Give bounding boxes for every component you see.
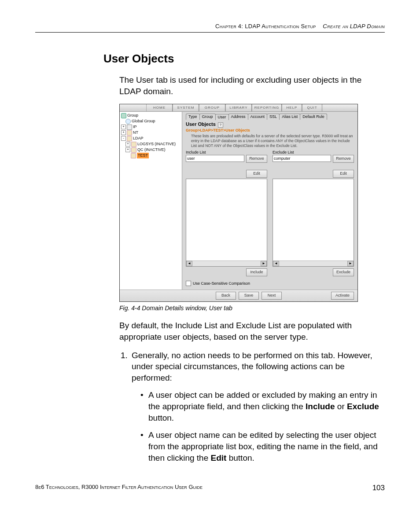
people-icon (131, 142, 136, 147)
scrollbar[interactable]: ◄ ► (273, 261, 354, 266)
people-icon (127, 130, 132, 136)
tab-address[interactable]: Address (228, 114, 248, 120)
tree-ldap[interactable]: - LDAP (121, 136, 181, 141)
toolbar-group[interactable]: GROUP (199, 104, 225, 111)
toolbar-reporting[interactable]: REPORTING (252, 104, 282, 111)
exclude-button[interactable]: Exclude (333, 268, 354, 276)
tree-nt[interactable]: + NT (121, 130, 181, 136)
tree-test[interactable]: TEST (121, 153, 181, 158)
tab-group[interactable]: Group (199, 114, 216, 120)
exclude-label: Exclude List (273, 150, 354, 154)
tree-root[interactable]: Group (121, 113, 181, 118)
toolbar-library[interactable]: LIBRARY (225, 104, 252, 111)
expand-icon[interactable]: + (125, 147, 130, 152)
next-button[interactable]: Next (262, 292, 282, 300)
tree-ip[interactable]: + IP (121, 124, 181, 130)
scroll-left-icon[interactable]: ◄ (186, 261, 192, 266)
section-title: User Objects (103, 52, 385, 66)
header-section: Create an LDAP Domain (323, 23, 385, 29)
page-number: 103 (372, 484, 385, 492)
header-chapter: Chapter 4: LDAP Authentication Setup (215, 23, 316, 29)
include-edit-button[interactable]: Edit (246, 170, 267, 178)
breadcrumb: Group>LDAP>TEST>User Objects (186, 128, 354, 132)
main-panel: Type Group User Address Account SSL Alia… (182, 112, 357, 290)
tree-global-group[interactable]: Global Group (121, 118, 181, 124)
group-icon (121, 113, 126, 118)
tab-aliaslist[interactable]: Alias List (279, 114, 300, 120)
list-item: Generally, no action needs to be perform… (130, 350, 385, 464)
bullet-item: A user object name can be edited by sele… (140, 429, 385, 463)
activate-button[interactable]: Activate (331, 292, 354, 300)
tab-row: Type Group User Address Account SSL Alia… (186, 114, 354, 120)
people-icon (131, 147, 136, 153)
intro-paragraph: The User tab is used for including or ex… (119, 74, 385, 97)
exclude-remove-button[interactable]: Remove (333, 155, 354, 163)
scroll-right-icon[interactable]: ► (347, 261, 354, 266)
include-listbox[interactable]: ◄ ► (186, 179, 267, 267)
exclude-column: Exclude List Remove Edit ◄ (273, 150, 354, 276)
exclude-listbox[interactable]: ◄ ► (273, 179, 354, 267)
checkbox-label: Use Case-Sensitive Comparison (193, 281, 250, 286)
bullet-list: A user object can be added or excluded b… (140, 389, 385, 463)
tree-qc[interactable]: + QC (INACTIVE) (121, 147, 181, 153)
include-column: Include List Remove Edit ◄ (186, 150, 267, 276)
tab-account[interactable]: Account (248, 114, 268, 120)
paragraph-after: By default, the Include List and Exclude… (119, 320, 385, 342)
expand-icon[interactable]: + (121, 130, 126, 135)
people-icon (131, 153, 136, 158)
tree-logsys[interactable]: + LOGSYS (INACTIVE) (121, 141, 181, 147)
toolbar-home[interactable]: HOME (146, 104, 173, 111)
app-window: HOME SYSTEM GROUP LIBRARY REPORTING HELP… (119, 104, 358, 302)
collapse-icon[interactable]: - (121, 136, 126, 141)
numbered-list: Generally, no action needs to be perform… (130, 350, 385, 464)
tab-ssl[interactable]: SSL (267, 114, 280, 120)
running-header: Chapter 4: LDAP Authentication Setup Cre… (35, 23, 385, 33)
expand-icon[interactable]: + (121, 125, 126, 129)
checkbox[interactable] (186, 281, 191, 286)
bottom-button-row: Back Save Next Activate (120, 290, 357, 301)
tab-type[interactable]: Type (186, 114, 200, 120)
case-sensitive-row[interactable]: Use Case-Sensitive Comparison (186, 281, 354, 286)
footer: 8e6 Technologies, R3000 Internet Filter … (35, 484, 385, 492)
toolbar-quit[interactable]: QUIT (302, 104, 322, 111)
exclude-input[interactable] (273, 155, 331, 162)
help-icon[interactable]: ? (218, 122, 223, 128)
toolbar-help[interactable]: HELP (282, 104, 302, 111)
footer-text: 8e6 Technologies, R3000 Internet Filter … (35, 484, 203, 490)
tab-defaultrule[interactable]: Default Rule (300, 114, 327, 120)
include-label: Include List (186, 150, 267, 154)
include-input[interactable] (186, 155, 244, 162)
tab-user[interactable]: User (215, 114, 229, 120)
computer-icon (127, 125, 132, 130)
toolbar-system[interactable]: SYSTEM (173, 104, 199, 111)
include-remove-button[interactable]: Remove (246, 155, 267, 163)
bullet-item: A user object can be added or excluded b… (140, 389, 385, 423)
scroll-left-icon[interactable]: ◄ (273, 261, 279, 266)
panel-description: These lists are preloaded with defaults … (191, 134, 354, 148)
figure-caption: Fig. 4-4 Domain Details window, User tab (119, 305, 385, 312)
scroll-right-icon[interactable]: ► (261, 261, 267, 266)
panel-title: User Objects ? (186, 121, 354, 128)
back-button[interactable]: Back (216, 292, 236, 300)
scrollbar[interactable]: ◄ ► (186, 261, 267, 266)
globe-icon (125, 119, 131, 124)
people-icon (127, 136, 132, 141)
top-toolbar: HOME SYSTEM GROUP LIBRARY REPORTING HELP… (120, 104, 357, 112)
save-button[interactable]: Save (239, 292, 259, 300)
include-button[interactable]: Include (246, 268, 267, 276)
expand-icon[interactable]: + (125, 142, 130, 147)
exclude-edit-button[interactable]: Edit (333, 170, 354, 178)
tree-pane[interactable]: Group Global Group + IP + (120, 112, 182, 290)
